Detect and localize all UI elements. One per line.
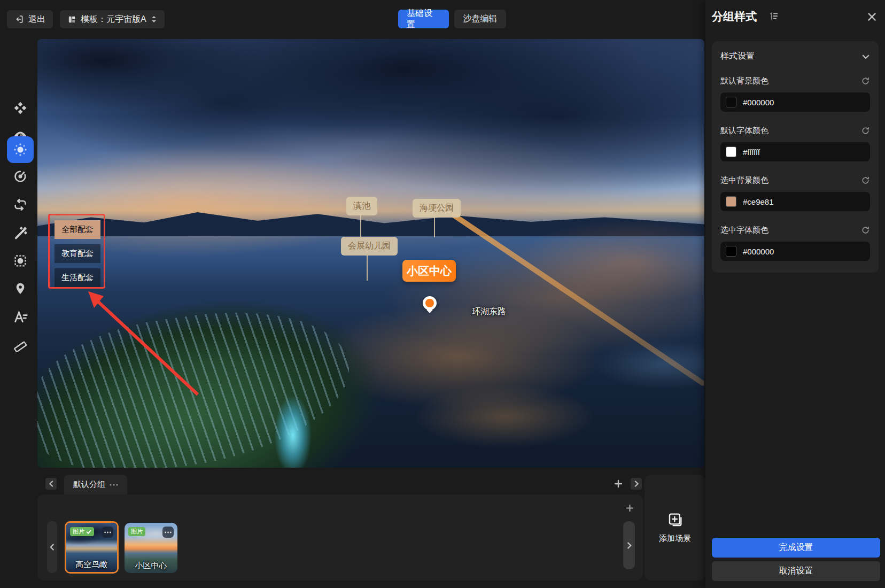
more-icon <box>165 531 172 533</box>
annotation-red-box: 全部配套 教育配套 生活配套 <box>48 214 105 289</box>
field-label: 默认背景颜色 <box>720 76 768 86</box>
color-field: 选中字体颜色 #000000 <box>720 225 870 261</box>
exit-button[interactable]: 退出 <box>7 10 53 28</box>
color-input[interactable]: #ffffff <box>720 142 870 161</box>
color-field: 默认背景颜色 #000000 <box>720 76 870 112</box>
color-value: #ffffff <box>743 148 760 157</box>
field-label: 选中字体颜色 <box>720 225 768 235</box>
plus-icon <box>626 504 634 512</box>
road-label: 环湖东路 <box>472 306 506 318</box>
thumb-more-button[interactable] <box>162 527 174 538</box>
main-marker-community-center[interactable]: 小区中心 <box>402 260 456 282</box>
color-value: #000000 <box>743 98 774 107</box>
color-swatch[interactable] <box>726 246 736 257</box>
color-field: 默认字体颜色 #ffffff <box>720 126 870 161</box>
confirm-settings-button[interactable]: 完成设置 <box>712 538 880 558</box>
template-icon <box>67 15 76 24</box>
color-input[interactable]: #ce9e81 <box>720 192 870 211</box>
scene-thumb-aerial[interactable]: 图片 高空鸟瞰 <box>65 521 119 574</box>
hotspot-icon <box>12 142 28 158</box>
close-icon <box>867 12 876 21</box>
add-scene-inline-button[interactable] <box>624 502 635 514</box>
sort-arrows-icon <box>151 16 157 23</box>
menu-item-all-facilities[interactable]: 全部配套 <box>55 220 100 239</box>
tool-mask[interactable] <box>7 249 34 273</box>
more-icon <box>104 531 111 533</box>
scene-thumb-label: 小区中心 <box>125 561 177 571</box>
ruler-icon <box>13 337 28 352</box>
mask-icon <box>13 253 28 268</box>
color-input[interactable]: #000000 <box>720 242 870 261</box>
refresh-icon <box>861 226 870 235</box>
tool-location[interactable] <box>7 277 34 300</box>
reset-color-button[interactable] <box>861 226 870 235</box>
poi-stem <box>360 214 361 237</box>
tool-ruler[interactable] <box>7 332 34 356</box>
location-pin-icon <box>13 282 27 296</box>
reset-color-button[interactable] <box>861 176 870 185</box>
tool-hotspot[interactable] <box>7 136 34 163</box>
poi-label-kindergarten[interactable]: 会展幼儿园 <box>341 237 398 256</box>
color-value: #ce9e81 <box>743 197 774 206</box>
more-icon[interactable] <box>110 484 118 486</box>
exit-label: 退出 <box>28 14 45 25</box>
template-select[interactable]: 模板：元宇宙版A <box>60 10 165 28</box>
menu-item-living[interactable]: 生活配套 <box>55 268 100 287</box>
plus-icon <box>614 479 623 488</box>
magic-wand-icon <box>13 226 28 241</box>
group-next-button[interactable] <box>631 478 642 490</box>
scene-type-badge: 图片 <box>70 527 94 536</box>
field-label: 选中背景颜色 <box>720 175 768 185</box>
tab-sandbox-edit[interactable]: 沙盘编辑 <box>454 10 506 28</box>
tool-components[interactable] <box>7 97 34 119</box>
cancel-settings-button[interactable]: 取消设置 <box>712 561 880 581</box>
refresh-icon <box>861 126 870 135</box>
color-value: #000000 <box>743 247 774 256</box>
chevron-down-icon <box>861 52 870 61</box>
refresh-icon <box>861 176 870 185</box>
menu-item-education[interactable]: 教育配套 <box>55 244 100 263</box>
chevron-right-icon <box>626 542 633 549</box>
map-pin-marker[interactable] <box>423 296 437 310</box>
tab-basic-settings[interactable]: 基础设置 <box>398 10 449 28</box>
chevron-left-icon <box>49 544 56 551</box>
group-style-panel: 分组样式 样式设置 默认背景颜色 <box>705 0 885 588</box>
scenes-scroll-left[interactable] <box>47 521 57 573</box>
group-order-icon <box>768 11 779 21</box>
poi-label-haigeng-park[interactable]: 海埂公园 <box>413 199 461 218</box>
color-input[interactable]: #000000 <box>720 92 870 112</box>
scenes-scroll-right[interactable] <box>623 521 635 569</box>
color-swatch[interactable] <box>726 196 736 207</box>
check-icon <box>86 529 91 535</box>
style-settings-card: 样式设置 默认背景颜色 #000000 <box>712 41 879 273</box>
add-scene-button[interactable]: 添加场景 <box>645 475 705 581</box>
badge-label: 图片 <box>73 528 84 536</box>
thumb-more-button[interactable] <box>102 527 113 538</box>
group-prev-button[interactable] <box>45 478 57 490</box>
tool-loop[interactable] <box>7 193 34 216</box>
poi-label-dianchi[interactable]: 滇池 <box>346 197 377 215</box>
text-icon <box>12 309 28 325</box>
collapse-section-button[interactable] <box>861 52 870 61</box>
panorama-canvas[interactable]: 滇池 海埂公园 会展幼儿园 小区中心 环湖东路 全部配套 教育配套 生活配套 <box>37 39 704 468</box>
group-tab-default[interactable]: 默认分组 <box>64 475 127 494</box>
reset-color-button[interactable] <box>861 126 870 135</box>
color-swatch[interactable] <box>726 146 736 157</box>
field-label: 默认字体颜色 <box>720 126 768 136</box>
scene-filmstrip: 图片 高空鸟瞰 图片 小区中心 <box>37 494 643 581</box>
color-swatch[interactable] <box>726 97 736 107</box>
tool-orbit[interactable] <box>7 165 34 188</box>
add-group-button[interactable] <box>612 478 624 490</box>
scene-thumb-community[interactable]: 图片 小区中心 <box>125 523 177 573</box>
color-field: 选中背景颜色 #ce9e81 <box>720 175 870 211</box>
chevron-left-icon <box>48 481 55 487</box>
group-tab-label: 默认分组 <box>73 479 105 490</box>
panel-close-button[interactable] <box>866 11 878 22</box>
add-scene-icon <box>666 512 684 529</box>
chevron-right-icon <box>633 481 640 487</box>
tool-magic-wand[interactable] <box>7 221 34 245</box>
tool-text[interactable] <box>7 305 34 329</box>
components-icon <box>13 101 27 115</box>
reset-color-button[interactable] <box>861 76 870 86</box>
loop-icon <box>13 197 28 212</box>
